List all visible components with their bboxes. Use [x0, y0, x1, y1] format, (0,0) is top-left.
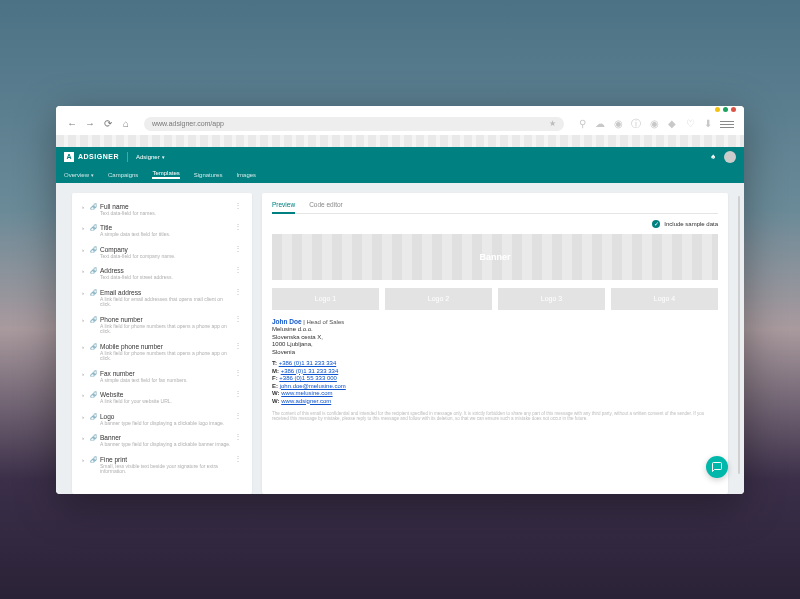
field-title: Phone number — [100, 316, 234, 323]
sig-fax[interactable]: +386 (0)1 55 333 000 — [279, 375, 337, 381]
field-row[interactable]: ›🔗Fine printSmall, less visible text bes… — [72, 452, 252, 479]
tab-preview[interactable]: Preview — [272, 201, 295, 214]
sig-company: Melusine d.o.o. — [272, 326, 718, 334]
field-desc: Text data-field for street address. — [100, 275, 234, 281]
chevron-right-icon: › — [82, 414, 84, 420]
sig-email[interactable]: john.doe@melusine.com — [280, 383, 346, 389]
url-bar[interactable]: www.adsigner.com/app ★ — [144, 117, 564, 131]
logo-1[interactable]: Logo 1 — [272, 288, 379, 310]
sig-phone[interactable]: +386 (0)1 31 233 334 — [279, 360, 337, 366]
camera-icon[interactable]: ◉ — [612, 118, 624, 130]
tab-code-editor[interactable]: Code editor — [309, 201, 343, 213]
back-icon[interactable]: ← — [66, 118, 78, 130]
maximize-dot[interactable] — [723, 107, 728, 112]
more-icon[interactable]: ⋮ — [234, 370, 242, 376]
reload-icon[interactable]: ⟳ — [102, 118, 114, 130]
logo-row: Logo 1 Logo 2 Logo 3 Logo 4 — [272, 288, 718, 310]
tab-templates[interactable]: Templates — [152, 170, 179, 179]
tab-images[interactable]: Images — [236, 172, 256, 178]
link-icon: 🔗 — [90, 413, 97, 420]
field-desc: A simple data text field for titles. — [100, 232, 234, 238]
workspace-selector[interactable]: Adsigner▾ — [136, 154, 165, 160]
sig-mobile[interactable]: +386 (0)1 31 233 334 — [281, 368, 339, 374]
hamburger-menu-icon[interactable] — [720, 120, 734, 128]
app-header: A ADSIGNER Adsigner▾ ♠ — [56, 147, 744, 167]
chevron-right-icon: › — [82, 204, 84, 210]
more-icon[interactable]: ⋮ — [234, 289, 242, 295]
more-icon[interactable]: ⋮ — [234, 391, 242, 397]
home-icon[interactable]: ⌂ — [120, 118, 132, 130]
logo-4[interactable]: Logo 4 — [611, 288, 718, 310]
more-icon[interactable]: ⋮ — [234, 343, 242, 349]
more-icon[interactable]: ⋮ — [234, 224, 242, 230]
field-desc: Small, less visible text beside your sig… — [100, 464, 234, 475]
field-row[interactable]: ›🔗BannerA banner type field for displayi… — [72, 430, 252, 452]
more-icon[interactable]: ⋮ — [234, 456, 242, 462]
field-row[interactable]: ›🔗Full nameText data-field for names.⋮ — [72, 199, 252, 221]
scrollbar[interactable] — [738, 196, 740, 474]
field-row[interactable]: ›🔗Email addressA link field for email ad… — [72, 285, 252, 312]
chevron-right-icon: › — [82, 435, 84, 441]
bookmark-star-icon[interactable]: ★ — [549, 119, 556, 128]
more-icon[interactable]: ⋮ — [234, 413, 242, 419]
field-desc: A link field for phone numbers that open… — [100, 351, 234, 362]
heart-icon[interactable]: ♡ — [684, 118, 696, 130]
link-icon: 🔗 — [90, 456, 97, 463]
more-icon[interactable]: ⋮ — [234, 316, 242, 322]
link-icon: 🔗 — [90, 203, 97, 210]
tab-signatures[interactable]: Signatures — [194, 172, 223, 178]
check-icon: ✓ — [652, 220, 660, 228]
link-icon: 🔗 — [90, 289, 97, 296]
fields-panel: ›🔗Full nameText data-field for names.⋮›🔗… — [72, 193, 252, 494]
field-row[interactable]: ›🔗AddressText data-field for street addr… — [72, 263, 252, 285]
download-icon[interactable]: ⬇ — [702, 118, 714, 130]
include-sample-toggle[interactable]: ✓ Include sample data — [272, 214, 718, 234]
app-logo-icon[interactable]: A — [64, 152, 74, 162]
search-icon[interactable]: ⚲ — [576, 118, 588, 130]
field-row[interactable]: ›🔗LogoA banner type field for displaying… — [72, 409, 252, 431]
logo-2[interactable]: Logo 2 — [385, 288, 492, 310]
field-desc: A simple data text field for fax numbers… — [100, 378, 234, 384]
cloud-icon[interactable]: ☁ — [594, 118, 606, 130]
info-icon[interactable]: ⓘ — [630, 118, 642, 130]
field-row[interactable]: ›🔗Mobile phone numberA link field for ph… — [72, 339, 252, 366]
field-desc: A link field for your website URL. — [100, 399, 234, 405]
notification-icon[interactable]: ♠ — [708, 152, 718, 162]
logo-3[interactable]: Logo 3 — [498, 288, 605, 310]
field-row[interactable]: ›🔗WebsiteA link field for your website U… — [72, 387, 252, 409]
tab-strip — [56, 135, 744, 147]
shield-icon[interactable]: ◆ — [666, 118, 678, 130]
field-desc: A banner type field for displaying a cli… — [100, 421, 234, 427]
link-icon: 🔗 — [90, 343, 97, 350]
field-desc: Text data-field for names. — [100, 211, 234, 217]
close-dot[interactable] — [731, 107, 736, 112]
banner-placeholder[interactable]: Banner — [272, 234, 718, 280]
field-title: Company — [100, 246, 234, 253]
field-row[interactable]: ›🔗Fax numberA simple data text field for… — [72, 366, 252, 388]
url-text: www.adsigner.com/app — [152, 120, 224, 127]
sig-name: John Doe — [272, 318, 302, 325]
sig-web-2[interactable]: www.adsigner.com — [281, 398, 331, 404]
link-icon: 🔗 — [90, 370, 97, 377]
tab-campaigns[interactable]: Campaigns — [108, 172, 138, 178]
camera-icon-2[interactable]: ◉ — [648, 118, 660, 130]
more-icon[interactable]: ⋮ — [234, 246, 242, 252]
more-icon[interactable]: ⋮ — [234, 267, 242, 273]
field-title: Full name — [100, 203, 234, 210]
chevron-right-icon: › — [82, 371, 84, 377]
fine-print: The content of this email is confidentia… — [272, 411, 718, 422]
minimize-dot[interactable] — [715, 107, 720, 112]
field-row[interactable]: ›🔗TitleA simple data text field for titl… — [72, 220, 252, 242]
field-title: Fax number — [100, 370, 234, 377]
more-icon[interactable]: ⋮ — [234, 203, 242, 209]
forward-icon[interactable]: → — [84, 118, 96, 130]
tab-overview[interactable]: Overview▾ — [64, 172, 94, 178]
sig-country: Slovenia — [272, 349, 718, 357]
field-row[interactable]: ›🔗Phone numberA link field for phone num… — [72, 312, 252, 339]
chat-fab[interactable] — [706, 456, 728, 478]
avatar[interactable] — [724, 151, 736, 163]
field-row[interactable]: ›🔗CompanyText data-field for company nam… — [72, 242, 252, 264]
more-icon[interactable]: ⋮ — [234, 434, 242, 440]
sig-web-1[interactable]: www.melusine.com — [281, 390, 332, 396]
chevron-right-icon: › — [82, 290, 84, 296]
